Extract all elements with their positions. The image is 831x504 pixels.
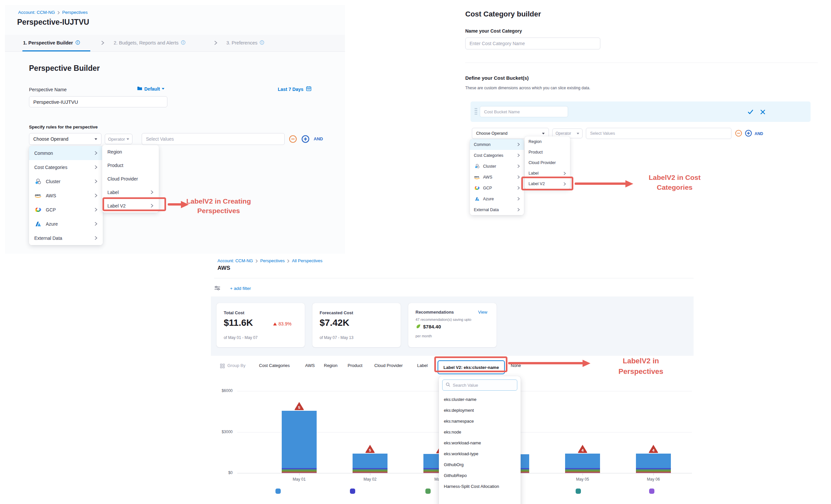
value-option[interactable]: Harness-Split Cost Allocation xyxy=(439,481,521,492)
annotation-line: Perspectives xyxy=(183,206,254,215)
value-option[interactable]: eks:node xyxy=(439,426,521,438)
menu-item-cost-categories[interactable]: Cost Categories xyxy=(29,160,103,174)
submenu-item-product[interactable]: Product xyxy=(102,158,159,172)
anomaly-badge[interactable]: 5 xyxy=(294,401,305,412)
y-axis-label: $3000 xyxy=(204,429,233,434)
value-option[interactable]: eks:workload-type xyxy=(439,448,521,459)
value-option[interactable]: eks:cluster-name xyxy=(439,394,521,405)
menu-item-label: AWS xyxy=(46,193,56,198)
legend-swatch[interactable] xyxy=(576,488,581,494)
chart-bar[interactable] xyxy=(352,454,388,473)
chevron-right-icon xyxy=(94,194,97,198)
search-value-input[interactable] xyxy=(453,383,514,388)
annotation-arrow xyxy=(168,203,181,206)
chevron-right-icon xyxy=(94,222,97,226)
annotation-creating-perspectives: LabelV2 in Creating Perspectives xyxy=(183,196,254,215)
annotation-arrow xyxy=(508,362,583,364)
x-axis-label: May 06 xyxy=(638,477,668,482)
y-axis-label: $6000 xyxy=(204,388,233,393)
menu-item-external-data[interactable]: External Data xyxy=(470,204,524,215)
menu-item-label: External Data xyxy=(474,208,499,212)
anomaly-badge[interactable]: 4 xyxy=(577,444,588,454)
menu-item-azure[interactable]: Azure xyxy=(29,217,103,231)
menu-item-label: Label V2 xyxy=(528,181,545,186)
menu-item-azure[interactable]: Azure xyxy=(470,194,524,204)
menu-item-aws[interactable]: aws AWS xyxy=(29,188,103,203)
value-option[interactable]: eks:deployment xyxy=(439,405,521,416)
legend-swatch[interactable] xyxy=(276,488,281,494)
menu-item-common[interactable]: Common xyxy=(470,139,524,150)
menu-item-gcp[interactable]: GCP xyxy=(470,182,524,194)
x-axis-tick xyxy=(299,473,299,475)
menu-item-label: External Data xyxy=(34,236,62,241)
annotation-line: LabelV2 in xyxy=(603,356,679,366)
chevron-right-icon xyxy=(94,165,97,169)
chart-bar[interactable] xyxy=(565,454,600,473)
annotation-arrow xyxy=(575,182,626,185)
chart-layer: $0$3000$60005May 015May 025May 03May 044… xyxy=(0,0,831,504)
menu-item-label: AWS xyxy=(483,175,492,180)
menu-item-label: Label xyxy=(528,171,539,176)
value-option[interactable]: GithubRepo xyxy=(439,470,521,481)
value-option[interactable]: GithubOrg xyxy=(439,459,521,470)
menu-item-cluster[interactable]: Cluster xyxy=(470,161,524,172)
anomaly-badge[interactable]: 5 xyxy=(365,444,375,454)
menu-item-cluster[interactable]: Cluster xyxy=(29,174,103,188)
cluster-icon xyxy=(34,178,42,185)
segment-maroon xyxy=(565,472,600,473)
menu-item-aws[interactable]: aws AWS xyxy=(470,172,524,182)
annotation-line: LabelV2 in Cost xyxy=(636,173,713,182)
groupby-label-v2-selected[interactable]: Label V2: eks:cluster-name xyxy=(437,360,505,374)
menu-item-gcp[interactable]: GCP xyxy=(29,203,103,217)
submenu-item-region[interactable]: Region xyxy=(524,137,570,147)
menu-item-common[interactable]: Common xyxy=(29,146,103,160)
legend-swatch[interactable] xyxy=(649,488,654,494)
menu-item-label: Azure xyxy=(46,221,58,227)
chevron-right-icon xyxy=(517,175,520,179)
search-box xyxy=(442,380,517,391)
menu-item-external-data[interactable]: External Data xyxy=(29,231,103,245)
menu-item-label: Region xyxy=(528,139,542,144)
operand-menu: Common Cost Categories Cluster aws AWS G… xyxy=(29,146,103,245)
menu-item-label: Product xyxy=(528,150,543,154)
chevron-right-icon xyxy=(150,204,153,208)
menu-item-cost-categories[interactable]: Cost Categories xyxy=(470,150,524,161)
chevron-right-icon xyxy=(94,151,97,155)
chevron-right-icon xyxy=(564,182,566,186)
y-axis-label: $0 xyxy=(204,470,233,475)
bar-segment-main xyxy=(352,454,388,468)
value-option[interactable]: eks:workload-name xyxy=(439,438,521,448)
svg-text:5: 5 xyxy=(369,448,371,452)
chevron-right-icon xyxy=(94,179,97,183)
submenu-item-label[interactable]: Label xyxy=(102,185,159,199)
x-axis-label: May 05 xyxy=(568,477,597,482)
submenu-item-label[interactable]: Label xyxy=(524,168,570,179)
chevron-right-icon xyxy=(564,172,566,175)
chart-bar[interactable] xyxy=(636,454,671,473)
menu-item-label: GCP xyxy=(46,207,56,212)
submenu-item-cloud-provider[interactable]: Cloud Provider xyxy=(102,172,159,185)
submenu-item-cloud-provider[interactable]: Cloud Provider xyxy=(524,157,570,168)
chart-bar[interactable] xyxy=(282,411,317,473)
segment-maroon xyxy=(282,472,317,473)
search-icon xyxy=(446,382,451,388)
submenu-item-label-v2[interactable]: Label V2 xyxy=(102,199,159,212)
anomaly-badge[interactable]: 4 xyxy=(648,444,659,454)
legend-swatch[interactable] xyxy=(425,488,431,494)
submenu-item-region[interactable]: Region xyxy=(102,145,159,158)
annotation-cost-categories: LabelV2 in Cost Categories xyxy=(636,173,713,192)
menu-item-label: Product xyxy=(108,163,123,168)
bar-segment-main xyxy=(636,454,671,468)
segment-maroon xyxy=(636,472,671,473)
svg-text:aws: aws xyxy=(35,194,40,197)
annotation-line: Categories xyxy=(636,182,713,192)
groupby-value-dropdown: eks:cluster-nameeks:deploymenteks:namesp… xyxy=(439,376,521,504)
x-axis-tick xyxy=(370,473,370,475)
annotation-line: LabelV2 in Creating xyxy=(183,196,254,206)
aws-icon: aws xyxy=(474,175,480,180)
common-submenu: Region Product Cloud Provider Label Labe… xyxy=(102,145,159,212)
submenu-item-product[interactable]: Product xyxy=(524,147,570,157)
submenu-item-label-v2[interactable]: Label V2 xyxy=(524,179,570,189)
legend-swatch[interactable] xyxy=(350,488,355,494)
value-option[interactable]: eks:namespace xyxy=(439,416,521,426)
